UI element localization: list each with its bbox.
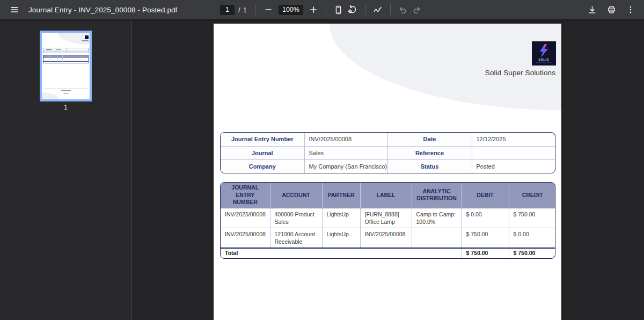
lines-cell: $ 750.00 — [509, 208, 555, 228]
lines-cell: INV/2025/00008 — [360, 228, 412, 249]
toolbar-divider — [365, 4, 365, 15]
table-header-row: JOURNAL ENTRY NUMBERACCOUNTPARTNERLABELA… — [221, 183, 555, 208]
toolbar-center-controls: / 1 100% — [220, 0, 424, 19]
lines-cell: INV/2025/00008 — [221, 228, 270, 249]
info-label-cell: Reference — [387, 146, 472, 159]
lines-cell: $ 750.00 — [462, 228, 509, 249]
zoom-out-icon[interactable] — [261, 3, 275, 17]
thumbnail-lines-table — [43, 55, 89, 63]
info-value-cell: Posted — [472, 159, 555, 173]
total-credit-cell: $ 750.00 — [509, 248, 555, 258]
logo-word-sub: SUPER SOLUTIONS — [536, 62, 551, 63]
info-label-cell: Status — [387, 159, 472, 173]
info-label-cell: Company — [221, 159, 304, 173]
journal-lines-table: JOURNAL ENTRY NUMBERACCOUNTPARTNERLABELA… — [220, 182, 555, 259]
table-row: INV/2025/00008121000 Account ReceivableL… — [221, 228, 555, 249]
toolbar-divider — [390, 4, 391, 15]
total-debit-cell: $ 750.00 — [462, 248, 509, 258]
fit-page-icon[interactable] — [332, 3, 346, 17]
logo-word-solid: SOLID — [539, 59, 550, 61]
info-value-cell — [472, 146, 555, 159]
thumbnail-footer-page — [63, 93, 68, 94]
toolbar-divider — [255, 4, 256, 15]
toolbar-right — [585, 3, 644, 17]
info-label-cell: Journal Entry Number — [221, 133, 304, 146]
lines-header-cell: DEBIT — [462, 183, 509, 208]
document-title: Journal Entry - INV_2025_00008 - Posted.… — [28, 6, 177, 14]
pdf-viewer-canvas[interactable]: SOLID SUPER SOLUTIONS Solid Super Soluti… — [131, 19, 644, 320]
thumbnail-mini-page — [42, 33, 90, 99]
info-value-cell: My Company (San Francisco) — [304, 159, 387, 173]
more-icon[interactable] — [624, 3, 638, 17]
lines-header-cell: LABEL — [360, 183, 412, 208]
info-label-cell: Journal — [221, 146, 304, 159]
company-logo: SOLID SUPER SOLUTIONS — [532, 41, 556, 66]
print-icon[interactable] — [604, 3, 618, 17]
pdf-toolbar: Journal Entry - INV_2025_00008 - Posted.… — [0, 0, 644, 19]
undo-icon[interactable] — [396, 3, 410, 17]
zoom-in-icon[interactable] — [306, 3, 320, 17]
thumbnail-info-table — [43, 48, 89, 53]
page-number-input[interactable] — [220, 5, 235, 15]
viewer-content: 1 SOLID SUPER SOLUTIONS — [0, 19, 644, 320]
info-value-cell: INV/2025/00008 — [304, 133, 387, 146]
total-label-cell: Total — [221, 248, 462, 258]
lines-cell: $ 0.00 — [462, 208, 509, 228]
table-row: INV/2025/00008400000 Product SalesLights… — [221, 208, 555, 228]
table-row: Journal Entry Number INV/2025/00008 Date… — [221, 133, 555, 146]
lines-cell — [412, 228, 462, 249]
lines-cell: 121000 Account Receivable — [270, 228, 322, 249]
zoom-level-input[interactable]: 100% — [279, 5, 303, 15]
rotate-icon[interactable] — [346, 3, 360, 17]
lines-header-cell: ACCOUNT — [270, 183, 322, 208]
lines-cell: Camp to Camp: 100.0% — [412, 208, 462, 228]
lines-header-cell: ANALYTIC DISTRIBUTION — [412, 183, 462, 208]
menu-icon[interactable] — [8, 3, 21, 17]
thumbnail-footer-text — [61, 90, 71, 91]
page-curve-decoration — [330, 24, 561, 110]
thumbnail-panel: 1 — [0, 19, 131, 320]
toolbar-left: Journal Entry - INV_2025_00008 - Posted.… — [0, 3, 204, 17]
lines-header-cell: CREDIT — [509, 183, 555, 208]
page-1-thumbnail[interactable] — [40, 31, 92, 101]
toolbar-divider — [326, 4, 326, 15]
info-value-cell: Sales — [304, 146, 387, 159]
download-icon[interactable] — [585, 3, 599, 17]
thumbnail-company-text — [82, 40, 89, 41]
lines-cell: LightsUp — [322, 208, 360, 228]
annotate-icon[interactable] — [371, 3, 385, 17]
lines-cell: LightsUp — [322, 228, 360, 249]
lines-cell: $ 0.00 — [509, 228, 555, 249]
lines-cell: [FURN_8888] Office Lamp — [360, 208, 412, 228]
page-total-label: 1 — [243, 6, 247, 14]
redo-icon[interactable] — [410, 3, 424, 17]
info-value-cell: 12/12/2025 — [472, 133, 555, 146]
pdf-page-1: SOLID SUPER SOLUTIONS Solid Super Soluti… — [214, 24, 561, 320]
table-row: Company My Company (San Francisco) Statu… — [221, 159, 555, 173]
lines-header-cell: PARTNER — [322, 183, 360, 208]
thumbnail-curve-decoration — [42, 92, 59, 99]
thumbnail-page-number: 1 — [40, 104, 92, 111]
lines-header-cell: JOURNAL ENTRY NUMBER — [221, 183, 270, 208]
thumbnail-footer-line — [43, 89, 89, 89]
company-name: Solid Super Solutions — [485, 69, 555, 77]
lines-cell: 400000 Product Sales — [270, 208, 322, 228]
lines-cell: INV/2025/00008 — [221, 208, 270, 228]
journal-info-table: Journal Entry Number INV/2025/00008 Date… — [220, 132, 555, 173]
pdf-viewer-app: Journal Entry - INV_2025_00008 - Posted.… — [0, 0, 644, 320]
thumbnail-logo — [85, 35, 89, 39]
info-label-cell: Date — [387, 133, 472, 146]
table-row: Journal Sales Reference — [221, 146, 555, 159]
page-separator: / — [238, 6, 240, 14]
table-total-row: Total $ 750.00 $ 750.00 — [221, 248, 555, 258]
